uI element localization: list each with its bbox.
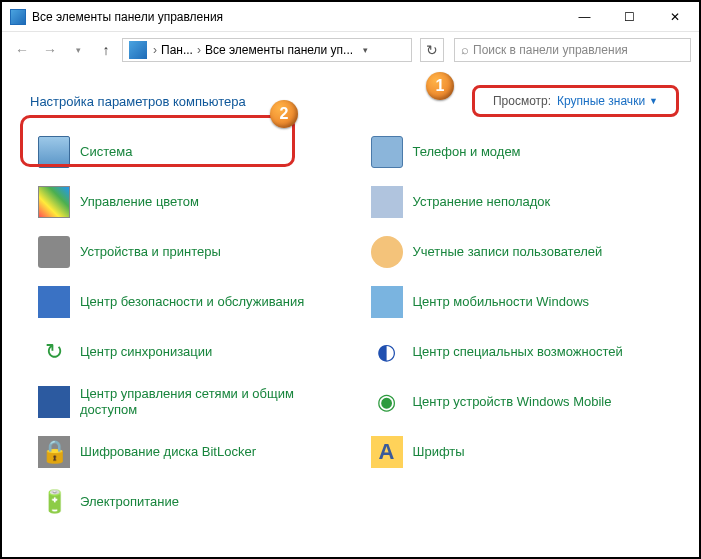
item-devices[interactable]: Устройства и принтеры [30,229,353,275]
item-network-icon [38,386,70,418]
control-panel-icon [129,41,147,59]
item-troubleshoot-label: Устранение неполадок [413,194,551,210]
item-ease-icon: ◐ [371,336,403,368]
item-power-label: Электропитание [80,494,179,510]
item-power-icon: 🔋 [38,486,70,518]
titlebar: Все элементы панели управления — ☐ ✕ [2,2,699,32]
item-security[interactable]: Центр безопасности и обслуживания [30,279,353,325]
items-scroll[interactable]: СистемаТелефон и модемУправление цветомУ… [2,129,699,559]
item-mobility-icon [371,286,403,318]
item-color-label: Управление цветом [80,194,199,210]
item-color-icon [38,186,70,218]
breadcrumb-sep-icon: › [151,43,159,57]
annotation-marker-1: 1 [426,72,454,100]
item-winmobile-label: Центр устройств Windows Mobile [413,394,612,410]
item-system-label: Система [80,144,132,160]
item-security-icon [38,286,70,318]
item-system-icon [38,136,70,168]
maximize-button[interactable]: ☐ [607,3,652,31]
item-phone[interactable]: Телефон и модем [363,129,686,175]
back-button[interactable]: ← [10,38,34,62]
page-title: Настройка параметров компьютера [30,94,246,109]
item-bitlocker[interactable]: 🔒Шифрование диска BitLocker [30,429,353,475]
item-bitlocker-label: Шифрование диска BitLocker [80,444,256,460]
navbar: ← → ▾ ↑ › Пан... › Все элементы панели у… [2,32,699,67]
item-winmobile[interactable]: ◉Центр устройств Windows Mobile [363,379,686,425]
view-label: Просмотр: [493,94,551,108]
window-title: Все элементы панели управления [32,10,562,24]
item-phone-icon [371,136,403,168]
content-header: Настройка параметров компьютера 1 Просмо… [2,67,699,129]
item-color[interactable]: Управление цветом [30,179,353,225]
item-devices-icon [38,236,70,268]
item-mobility[interactable]: Центр мобильности Windows [363,279,686,325]
items-grid: СистемаТелефон и модемУправление цветомУ… [30,129,685,525]
breadcrumb-current[interactable]: Все элементы панели уп... [203,43,355,57]
item-security-label: Центр безопасности и обслуживания [80,294,304,310]
dropdown-icon[interactable]: ▼ [649,96,658,106]
item-system[interactable]: Система [30,129,353,175]
item-ease[interactable]: ◐Центр специальных возможностей [363,329,686,375]
app-icon [10,9,26,25]
recent-dropdown[interactable]: ▾ [66,38,90,62]
item-bitlocker-icon: 🔒 [38,436,70,468]
item-ease-label: Центр специальных возможностей [413,344,623,360]
view-value[interactable]: Крупные значки [557,94,645,108]
item-troubleshoot[interactable]: Устранение неполадок [363,179,686,225]
item-mobility-label: Центр мобильности Windows [413,294,590,310]
item-accounts-label: Учетные записи пользователей [413,244,603,260]
item-sync-label: Центр синхронизации [80,344,212,360]
search-input[interactable]: ⌕ Поиск в панели управления [454,38,691,62]
breadcrumb-root[interactable]: Пан... [159,43,195,57]
item-sync[interactable]: ↻Центр синхронизации [30,329,353,375]
item-network-label: Центр управления сетями и общим доступом [80,386,345,417]
item-fonts-icon: A [371,436,403,468]
window-controls: — ☐ ✕ [562,3,697,31]
search-placeholder: Поиск в панели управления [473,43,628,57]
item-power[interactable]: 🔋Электропитание [30,479,353,525]
item-phone-label: Телефон и модем [413,144,521,160]
up-button[interactable]: ↑ [94,38,118,62]
view-selector-highlight: 1 Просмотр: Крупные значки ▼ [472,85,679,117]
item-fonts[interactable]: AШрифты [363,429,686,475]
minimize-button[interactable]: — [562,3,607,31]
close-button[interactable]: ✕ [652,3,697,31]
item-accounts[interactable]: Учетные записи пользователей [363,229,686,275]
forward-button[interactable]: → [38,38,62,62]
item-troubleshoot-icon [371,186,403,218]
refresh-button[interactable]: ↻ [420,38,444,62]
address-bar[interactable]: › Пан... › Все элементы панели уп... ▾ [122,38,412,62]
item-accounts-icon [371,236,403,268]
search-icon: ⌕ [461,42,469,57]
breadcrumb-dropdown-icon[interactable]: ▾ [355,45,374,55]
item-network[interactable]: Центр управления сетями и общим доступом [30,379,353,425]
item-winmobile-icon: ◉ [371,386,403,418]
item-fonts-label: Шрифты [413,444,465,460]
breadcrumb-sep-icon: › [195,43,203,57]
item-sync-icon: ↻ [38,336,70,368]
item-devices-label: Устройства и принтеры [80,244,221,260]
